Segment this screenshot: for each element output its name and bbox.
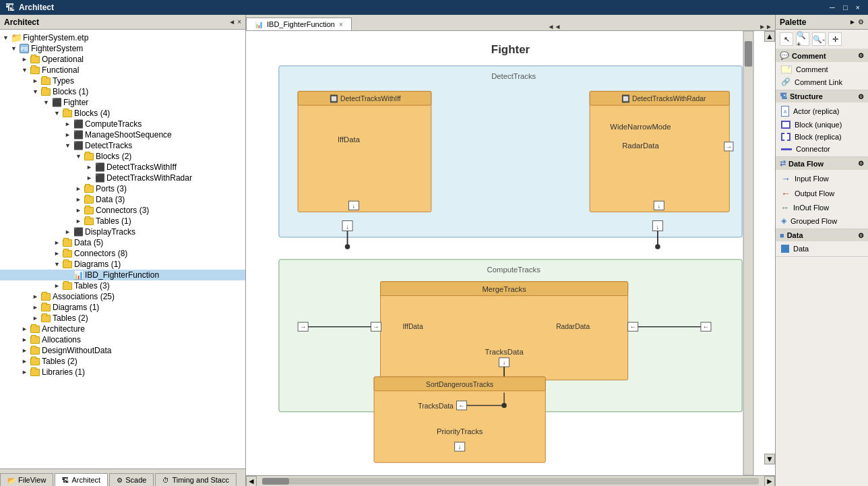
- palette-section-dataflow-content: → Input Flow ← Output Flow ↔ InOut Flow …: [776, 170, 868, 229]
- data-icon: [781, 245, 789, 253]
- tree-item-displaytracks[interactable]: ► ⬛ DisplayTracks: [0, 226, 245, 237]
- block-replica-icon: [781, 133, 790, 141]
- tree-item-associations[interactable]: ► Associations (25): [0, 291, 245, 302]
- scroll-bottom-button[interactable]: ▼: [764, 454, 775, 464]
- maximize-button[interactable]: □: [840, 3, 850, 11]
- tab-close-ibd[interactable]: ×: [339, 21, 343, 28]
- svg-rect-9[interactable]: [590, 91, 729, 212]
- palette-settings-button[interactable]: ⚙: [858, 18, 864, 26]
- tree-item-tables3[interactable]: ► Tables (3): [0, 280, 245, 291]
- tree-item-allocations[interactable]: ► Allocations: [0, 334, 245, 345]
- svg-text:RadarData: RadarData: [622, 142, 659, 150]
- tree-item-ports3[interactable]: ► Ports (3): [0, 183, 245, 194]
- palette-expand-button[interactable]: ►: [849, 18, 856, 26]
- palette-item-comment-link[interactable]: 🔗 Comment Link: [776, 75, 868, 88]
- tree-item-design[interactable]: ► DesignWithoutData: [0, 345, 245, 356]
- data-section-icon: ■: [780, 231, 784, 239]
- palette-item-block-replica-label: Block (replica): [795, 133, 842, 141]
- minimize-button[interactable]: ─: [827, 3, 838, 11]
- palette-section-structure-header[interactable]: 🏗 Structure ⚙: [776, 90, 868, 102]
- tree-item-diagrams1b[interactable]: ► Diagrams (1): [0, 302, 245, 313]
- palette-zoom-in-tool[interactable]: 🔍+: [796, 32, 809, 46]
- tab-nav-left[interactable]: ◄◄: [545, 23, 564, 30]
- tab-timing[interactable]: ⏱ Timing and Stacc: [155, 473, 237, 486]
- tree-item-detectradar[interactable]: ► ⬛ DetectTracksWithRadar: [0, 173, 245, 183]
- palette-item-grouped-flow[interactable]: ◈ Grouped Flow: [776, 214, 868, 227]
- tree-item-libraries[interactable]: ► Libraries (1): [0, 367, 245, 377]
- tree-item-manageshoot[interactable]: ► ⬛ ManageShootSequence: [0, 129, 245, 140]
- palette-item-comment-link-label: Comment Link: [795, 78, 842, 86]
- diagram-svg: Fighter DetectTracks 🔲 DetectTracksWithI…: [246, 31, 775, 475]
- tree-item-blocks1[interactable]: ▼ Blocks (1): [0, 86, 245, 97]
- palette-item-comment[interactable]: Comment: [776, 63, 868, 75]
- svg-rect-61[interactable]: [745, 41, 752, 67]
- svg-text:←: ←: [629, 323, 636, 330]
- tree-item-detecttracks[interactable]: ▼ ⬛ DetectTracks: [0, 140, 245, 151]
- tab-scade[interactable]: ⚙ Scade: [109, 473, 154, 486]
- tab-nav-right[interactable]: ►►: [756, 23, 775, 30]
- palette-section-data-header[interactable]: ■ Data ⚙: [776, 229, 868, 241]
- tree-item-computetracks[interactable]: ► ⬛ ComputeTracks: [0, 119, 245, 129]
- palette-item-input-flow[interactable]: → Input Flow: [776, 171, 868, 186]
- tree-item-data5[interactable]: ► Data (5): [0, 237, 245, 248]
- h-scrollbar-thumb[interactable]: [262, 478, 289, 485]
- pin-button[interactable]: ◄: [228, 18, 235, 26]
- palette-zoom-out-tool[interactable]: 🔍-: [812, 32, 826, 46]
- palette-item-inout-flow[interactable]: ↔ InOut Flow: [776, 201, 868, 214]
- output-flow-icon: ←: [781, 188, 790, 199]
- svg-text:TracksData: TracksData: [418, 402, 454, 410]
- scroll-left-button[interactable]: ◄: [246, 476, 257, 487]
- palette-select-tool[interactable]: ↖: [780, 32, 793, 46]
- palette-item-connector[interactable]: Connector: [776, 143, 868, 155]
- tree-area[interactable]: ▼ 📁 FighterSystem.etp ▼ FS FighterSystem…: [0, 30, 245, 468]
- tree-item-detectiff[interactable]: ► ⬛ DetectTracksWithIff: [0, 162, 245, 173]
- tree-item-operational[interactable]: ► Operational: [0, 54, 245, 65]
- palette-section-comment-header[interactable]: 💬 Comment ⚙: [776, 49, 868, 62]
- palette-item-block-replica[interactable]: Block (replica): [776, 131, 868, 143]
- svg-text:←: ←: [703, 323, 709, 330]
- comment-section-label: Comment: [792, 52, 826, 60]
- tree-item-types[interactable]: ► Types: [0, 75, 245, 86]
- tree-item-tables2[interactable]: ► Tables (2): [0, 313, 245, 324]
- tree-item-blocks4[interactable]: ▼ Blocks (4): [0, 108, 245, 119]
- close-button[interactable]: ×: [853, 3, 863, 11]
- palette-item-input-flow-label: Input Flow: [795, 175, 829, 183]
- palette-item-data[interactable]: Data: [776, 243, 868, 255]
- svg-text:IffData: IffData: [402, 323, 423, 330]
- palette-fit-tool[interactable]: ✛: [828, 32, 842, 46]
- panel-x-button[interactable]: ×: [237, 18, 241, 26]
- palette-item-comment-label: Comment: [796, 65, 828, 73]
- comment-section-expand-icon: ⚙: [858, 52, 864, 59]
- palette-item-output-flow[interactable]: ← Output Flow: [776, 186, 868, 201]
- actor-replica-icon: A: [781, 106, 789, 117]
- tree-item-tables2b[interactable]: ► Tables (2): [0, 356, 245, 367]
- tab-architect[interactable]: 🏗 Architect: [55, 473, 108, 486]
- grouped-flow-icon: ◈: [781, 216, 786, 225]
- scroll-top-button[interactable]: ▲: [764, 31, 775, 42]
- tree-item-connectors8[interactable]: ► Connectors (8): [0, 248, 245, 259]
- tree-item-tables1[interactable]: ► Tables (1): [0, 216, 245, 226]
- diagram-tab-ibd[interactable]: 📊 IBD_FighterFunction ×: [246, 18, 352, 30]
- tree-item-fighter[interactable]: ▼ ⬛ Fighter: [0, 97, 245, 108]
- palette-section-dataflow-header[interactable]: ⇄ Data Flow ⚙: [776, 157, 868, 170]
- tree-item-fightersystem[interactable]: ▼ FS FighterSystem: [0, 43, 245, 54]
- palette-item-data-label: Data: [793, 245, 809, 253]
- diagram-canvas[interactable]: ▲ Fighter DetectTracks 🔲 DetectTracksWit…: [246, 31, 775, 475]
- tree-item-root[interactable]: ▼ 📁 FighterSystem.etp: [0, 32, 245, 43]
- svg-rect-3[interactable]: [298, 91, 431, 212]
- tree-item-ibd[interactable]: ► 📊 IBD_FighterFunction: [0, 270, 245, 280]
- tab-label-ibd: IBD_FighterFunction: [267, 20, 335, 28]
- tree-item-blocks2[interactable]: ▼ Blocks (2): [0, 151, 245, 162]
- tree-label-root: FighterSystem.etp: [23, 33, 88, 42]
- palette-item-block-unique[interactable]: Block (unique): [776, 119, 868, 131]
- svg-text:🔲 DetectTracksWithIff: 🔲 DetectTracksWithIff: [330, 94, 401, 103]
- tree-item-data3[interactable]: ► Data (3): [0, 194, 245, 205]
- tree-item-diagrams1[interactable]: ▼ Diagrams (1): [0, 259, 245, 270]
- h-scrollbar-track[interactable]: [262, 478, 759, 485]
- tree-item-connectors3[interactable]: ► Connectors (3): [0, 205, 245, 216]
- tree-item-architecture[interactable]: ► Architecture: [0, 324, 245, 334]
- tab-fileview[interactable]: 📂 FileView: [0, 473, 53, 486]
- tree-item-functional[interactable]: ▼ Functional: [0, 65, 245, 75]
- scroll-right-button[interactable]: ►: [764, 476, 775, 487]
- palette-item-actor-replica[interactable]: A Actor (replica): [776, 104, 868, 119]
